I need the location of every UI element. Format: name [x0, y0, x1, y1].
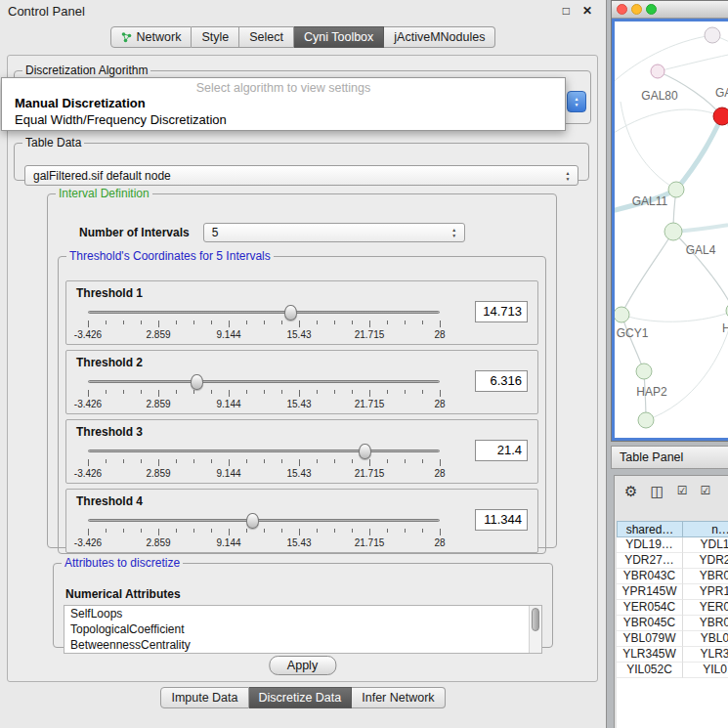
network-canvas[interactable]: GAL80GAGAL11GAL4GCY1HAP2H — [612, 19, 728, 441]
table-cell[interactable]: YDL19… — [617, 537, 683, 553]
table-cell[interactable]: YPR145W — [617, 584, 683, 600]
column-header-shared-name[interactable]: shared… — [617, 521, 683, 537]
algorithm-option-equal-width-frequency-discretization[interactable]: Equal Width/Frequency Discretization — [2, 111, 565, 128]
close-traffic-light-icon[interactable] — [617, 4, 627, 15]
table-row[interactable]: YBL079WYBL0… — [617, 631, 728, 647]
table-row[interactable]: YBR045CYBR0… — [617, 616, 728, 631]
network-node[interactable] — [615, 307, 629, 322]
network-node-label: GAL11 — [632, 194, 668, 208]
slider-thumb[interactable] — [191, 374, 203, 390]
attribute-list-item[interactable]: TopologicalCoefficient — [64, 621, 541, 637]
number-of-intervals-combo[interactable]: 5 ▲▼ — [203, 223, 465, 242]
table-row[interactable]: YDL19…YDL1… — [617, 537, 728, 553]
network-node-label: H — [722, 321, 728, 335]
threshold-value-field[interactable]: 14.713 — [475, 301, 528, 322]
table-cell[interactable]: YIL0… — [683, 663, 728, 678]
table-row[interactable]: YIL052CYIL0… — [617, 663, 728, 678]
table-cell[interactable]: YDR27… — [617, 553, 683, 569]
table-cell[interactable]: YPR1… — [683, 584, 728, 600]
slider-track[interactable] — [88, 519, 440, 522]
table-cell[interactable]: YER0… — [683, 600, 728, 616]
threshold-slider[interactable]: -3.4262.8599.14415.4321.71528 — [88, 374, 440, 413]
slider-scale-labels: -3.4262.8599.14415.4321.71528 — [88, 399, 440, 410]
close-window-icon[interactable]: ✕ — [582, 4, 592, 18]
slider-track[interactable] — [88, 450, 440, 452]
threshold-value-field[interactable]: 21.4 — [475, 440, 528, 461]
tab-impute-data[interactable]: Impute Data — [160, 687, 248, 708]
list-scrollbar[interactable] — [529, 606, 541, 653]
apply-button[interactable]: Apply — [269, 656, 336, 675]
table-row[interactable]: YDR27…YDR2… — [617, 553, 728, 569]
network-node[interactable] — [636, 364, 652, 379]
control-panel-titlebar: Control Panel □ ✕ — [0, 0, 606, 21]
threshold-slider[interactable]: -3.4262.8599.14415.4321.71528 — [88, 444, 440, 483]
tab-select[interactable]: Select — [239, 26, 294, 48]
zoom-traffic-light-icon[interactable] — [646, 4, 657, 15]
threshold-value-field[interactable]: 6.316 — [475, 370, 528, 392]
table-cell[interactable]: YBR0… — [683, 569, 728, 584]
table-row[interactable]: YER054CYER0… — [617, 600, 728, 616]
slider-scale-labels: -3.4262.8599.14415.4321.71528 — [88, 468, 440, 480]
algorithm-dropdown-popup: Select algorithm to view settings Manual… — [1, 77, 566, 131]
table-cell[interactable]: YBR0… — [683, 616, 728, 631]
network-window-titlebar[interactable] — [612, 1, 728, 19]
table-row[interactable]: YBR043CYBR0… — [617, 569, 728, 584]
float-window-icon[interactable]: □ — [563, 4, 570, 18]
minimize-traffic-light-icon[interactable] — [631, 4, 642, 15]
spinner-arrows-icon[interactable]: ▲▼ — [448, 227, 461, 238]
select-all-checkbox-icon[interactable]: ☑ — [677, 484, 688, 498]
tab-style[interactable]: Style — [192, 26, 239, 48]
threshold-panel-threshold-2: Threshold 2-3.4262.8599.14415.4321.71528… — [65, 350, 538, 414]
threshold-value-field[interactable]: 11.344 — [475, 509, 528, 531]
slider-track[interactable] — [88, 311, 440, 314]
tab-cyni-toolbox[interactable]: Cyni Toolbox — [294, 26, 384, 48]
table-row[interactable]: YLR345WYLR3… — [617, 647, 728, 663]
table-data-combo[interactable]: galFiltered.sif default node ▲▼ — [24, 165, 578, 186]
tab-discretize-data[interactable]: Discretize Data — [249, 687, 353, 708]
slider-thumb[interactable] — [284, 305, 297, 321]
table-cell[interactable]: YER054C — [617, 600, 683, 616]
table-panel-titlebar[interactable]: Table Panel — [611, 446, 728, 469]
network-node[interactable] — [668, 182, 684, 197]
tab-network[interactable]: Network — [110, 26, 193, 48]
slider-thumb[interactable] — [359, 444, 371, 459]
table-row[interactable]: YPR145WYPR1… — [617, 584, 728, 600]
threshold-slider[interactable]: -3.4262.8599.14415.4321.71528 — [88, 513, 440, 552]
algorithm-combo-spinner[interactable]: ▲▼ — [567, 91, 586, 112]
network-node[interactable] — [713, 107, 728, 125]
threshold-slider[interactable]: -3.4262.8599.14415.4321.71528 — [88, 305, 440, 344]
attribute-list-item[interactable]: SelfLoops — [64, 606, 541, 621]
table-cell[interactable]: YLR3… — [683, 647, 728, 663]
slider-ticks — [88, 529, 440, 536]
tab-infer-network[interactable]: Infer Network — [352, 687, 445, 708]
network-node[interactable] — [705, 27, 720, 43]
table-cell[interactable]: YBR045C — [617, 616, 683, 631]
network-node[interactable] — [664, 223, 682, 240]
scrollbar-thumb[interactable] — [532, 608, 539, 631]
table-cell[interactable]: YBL0… — [683, 631, 728, 647]
network-node[interactable] — [638, 412, 654, 428]
slider-thumb[interactable] — [246, 513, 259, 529]
network-node[interactable] — [651, 64, 664, 78]
algorithm-option-manual-discretization[interactable]: Manual Discretization — [2, 95, 565, 111]
numerical-attributes-list[interactable]: SelfLoopsTopologicalCoefficientBetweenne… — [64, 605, 542, 654]
slider-ticks — [88, 459, 440, 467]
select-columns-checkbox-icon[interactable]: ☑ — [700, 484, 710, 498]
table-cell[interactable]: YLR345W — [617, 647, 683, 663]
table-cell[interactable]: YBR043C — [617, 569, 683, 584]
thresholds-coordinates-group: Threshold's Coordinates for 5 Intervals … — [58, 249, 546, 554]
settings-gear-icon[interactable]: ⚙ — [624, 484, 637, 498]
columns-icon[interactable]: ◫ — [650, 484, 664, 498]
attributes-group-title: Attributes to discretize — [62, 556, 183, 570]
attribute-list-item[interactable]: BetweennessCentrality — [64, 637, 541, 653]
spinner-arrows-icon[interactable]: ▲▼ — [561, 170, 575, 182]
table-cell[interactable]: YIL052C — [617, 663, 683, 678]
table-cell[interactable]: YDL1… — [683, 537, 728, 553]
table-cell[interactable]: YDR2… — [683, 553, 728, 569]
table-cell[interactable]: YBL079W — [617, 631, 683, 647]
number-of-intervals-row: Number of Intervals 5 ▲▼ — [79, 222, 536, 243]
column-header-name[interactable]: n… — [683, 521, 728, 537]
tab-jactivemnodules[interactable]: jActiveMNodules — [384, 26, 495, 48]
slider-track[interactable] — [88, 380, 440, 383]
number-of-intervals-label: Number of Intervals — [79, 226, 190, 239]
